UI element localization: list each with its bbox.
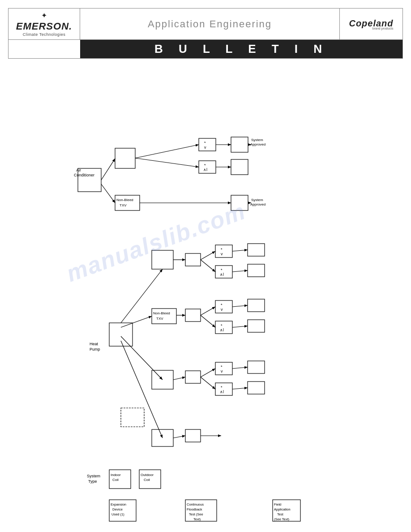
svg-line-87	[173, 436, 185, 438]
copeland-brand: Copeland brand products	[340, 9, 402, 39]
svg-text:Air: Air	[76, 168, 81, 172]
svg-text:*: *	[221, 365, 223, 369]
svg-line-71	[232, 326, 248, 327]
svg-rect-46	[215, 245, 232, 257]
svg-rect-60	[215, 300, 232, 313]
svg-line-81	[201, 377, 215, 389]
svg-line-56	[232, 250, 248, 251]
svg-line-70	[232, 305, 248, 307]
svg-rect-7	[199, 138, 216, 151]
svg-rect-33	[109, 323, 133, 346]
svg-line-20	[135, 145, 199, 158]
svg-rect-82	[248, 361, 265, 373]
svg-rect-83	[248, 382, 265, 394]
svg-text:Device: Device	[112, 507, 123, 511]
svg-rect-86	[185, 429, 201, 442]
svg-line-66	[201, 307, 215, 315]
svg-text:Heat: Heat	[90, 342, 98, 346]
svg-rect-69	[248, 320, 265, 332]
application-engineering-title: Application Engineering	[80, 9, 340, 39]
svg-rect-54	[248, 244, 265, 256]
flow-diagram: Air Conditioner * v System Approved * ∧l…	[8, 63, 403, 532]
svg-text:Type: Type	[88, 479, 97, 484]
svg-rect-18	[231, 159, 248, 175]
svg-rect-25	[231, 195, 248, 210]
svg-line-57	[232, 270, 248, 272]
svg-text:Continuous: Continuous	[187, 502, 204, 506]
svg-text:Floodback: Floodback	[187, 507, 202, 511]
svg-rect-2	[78, 168, 101, 192]
svg-text:(See Text): (See Text)	[274, 517, 290, 521]
header-top-row: ✦ EMERSON. Climate Technologies Applicat…	[9, 9, 402, 40]
svg-text:*: *	[221, 268, 223, 272]
svg-line-80	[201, 369, 215, 377]
svg-line-67	[201, 315, 215, 327]
svg-text:Non-Bleed: Non-Bleed	[153, 311, 170, 315]
svg-text:*: *	[221, 323, 223, 328]
svg-rect-15	[199, 161, 216, 173]
svg-text:∧l: ∧l	[220, 328, 224, 332]
svg-text:Coil: Coil	[112, 478, 119, 482]
svg-text:Outdoor: Outdoor	[141, 473, 154, 477]
svg-text:Indoor: Indoor	[111, 473, 121, 477]
svg-text:∧l: ∧l	[220, 390, 224, 394]
svg-text:Pump: Pump	[90, 347, 100, 352]
svg-text:Used (1): Used (1)	[111, 512, 124, 516]
svg-line-84	[232, 367, 248, 369]
page-header: ✦ EMERSON. Climate Technologies Applicat…	[8, 8, 403, 59]
svg-rect-34	[152, 250, 173, 269]
svg-rect-63	[215, 321, 232, 334]
emerson-logo: ✦ EMERSON. Climate Technologies	[9, 9, 80, 39]
svg-text:System: System	[87, 474, 100, 478]
svg-rect-74	[215, 362, 232, 375]
svg-text:Application: Application	[274, 507, 291, 511]
svg-rect-5	[115, 148, 135, 168]
svg-line-73	[173, 377, 185, 380]
svg-text:Test: Test	[277, 512, 284, 516]
svg-text:*: *	[204, 163, 206, 167]
svg-text:Conditioner: Conditioner	[74, 173, 94, 177]
diagram-area: manualslib.com Air Conditioner * v	[8, 59, 403, 532]
svg-rect-68	[248, 299, 265, 312]
svg-text:TXV: TXV	[120, 203, 127, 207]
svg-text:Non-Bleed: Non-Bleed	[116, 198, 133, 202]
svg-line-30	[101, 184, 115, 203]
svg-line-85	[232, 388, 248, 389]
svg-text:Field: Field	[274, 502, 281, 506]
svg-rect-49	[215, 266, 232, 278]
svg-text:System: System	[251, 138, 263, 142]
svg-line-41	[121, 316, 152, 327]
svg-line-53	[201, 260, 215, 272]
svg-text:Coil: Coil	[144, 478, 150, 482]
svg-text:*: *	[221, 303, 223, 307]
svg-rect-77	[215, 383, 232, 395]
svg-rect-44	[185, 253, 201, 266]
svg-rect-58	[185, 309, 201, 322]
svg-line-42	[121, 336, 163, 380]
emerson-company-name: EMERSON.	[16, 21, 72, 32]
svg-text:∧l: ∧l	[203, 167, 207, 172]
svg-text:Test (See: Test (See	[189, 512, 203, 516]
svg-rect-89	[121, 408, 144, 427]
svg-text:*: *	[221, 385, 223, 390]
svg-text:System: System	[251, 198, 263, 202]
svg-text:v: v	[221, 369, 223, 373]
svg-line-52	[201, 251, 215, 260]
svg-text:v: v	[204, 145, 206, 150]
svg-rect-72	[185, 371, 201, 383]
emerson-icon: ✦	[41, 11, 47, 20]
svg-text:Text): Text)	[193, 517, 201, 521]
svg-text:Approved: Approved	[250, 142, 265, 146]
svg-text:*: *	[221, 247, 223, 252]
svg-text:*: *	[204, 141, 206, 145]
svg-line-6	[101, 159, 115, 180]
emerson-subtitle: Climate Technologies	[23, 32, 65, 37]
svg-line-21	[135, 158, 199, 167]
svg-text:v: v	[221, 307, 223, 312]
svg-text:Expansion: Expansion	[111, 502, 126, 506]
svg-rect-55	[248, 264, 265, 277]
bulletin-label: B U L L E T I N	[80, 40, 402, 58]
svg-text:Approved: Approved	[250, 202, 265, 206]
svg-text:v: v	[221, 252, 223, 256]
svg-text:TXV: TXV	[156, 317, 163, 321]
